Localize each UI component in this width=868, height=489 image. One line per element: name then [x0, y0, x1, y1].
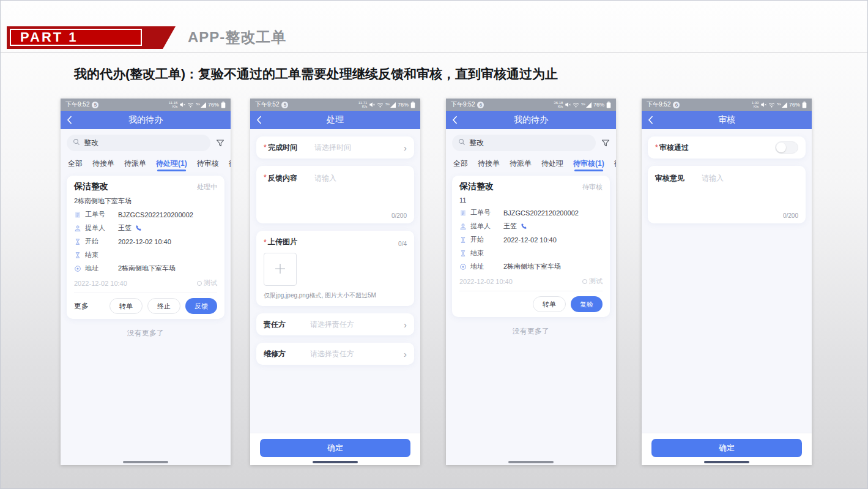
char-counter: 0/200 — [391, 212, 407, 219]
card-desc: 2栋南侧地下室车场 — [74, 196, 217, 206]
field-row-address: 地址 2栋南侧地下室车场 — [459, 262, 603, 271]
mute-icon — [369, 102, 375, 108]
phone-screen-todo-pending: 下午9:52 5 11.15K/s 5G 76% 我的待办 整改 — [61, 99, 231, 465]
search-input[interactable]: 整改 — [452, 135, 596, 151]
filter-icon[interactable] — [216, 139, 224, 147]
notification-badge: 5 — [92, 102, 98, 108]
tab-all[interactable]: 全部 — [63, 154, 87, 173]
field-row-start: 开始 2022-12-02 10:40 — [74, 237, 217, 246]
part-banner: PART 1 — [7, 26, 176, 49]
field-label: 责任方 — [264, 319, 310, 330]
terminate-button[interactable]: 终止 — [147, 298, 180, 314]
page-title: 审核 — [718, 114, 735, 125]
notification-badge: 6 — [477, 102, 484, 108]
tab-all[interactable]: 全部 — [448, 154, 473, 173]
person-icon — [459, 223, 467, 230]
tab-to-review[interactable]: 待审核(1) — [568, 154, 609, 173]
back-icon[interactable] — [67, 116, 72, 124]
field-label: 反馈内容 — [268, 173, 314, 184]
search-icon — [458, 138, 466, 147]
add-image-button[interactable] — [264, 253, 297, 286]
workorder-card[interactable]: 保洁整改 待审核 11 工单号 BJZGCS2022120200002 提单人 … — [452, 176, 610, 317]
filter-icon[interactable] — [601, 139, 610, 147]
chevron-right-icon: › — [404, 320, 407, 329]
card-meta: 2022-12-02 10:40 测试 — [74, 278, 217, 293]
tab-partial[interactable]: 待 — [224, 154, 231, 173]
tab-to-process[interactable]: 待处理 — [536, 154, 568, 173]
home-indicator[interactable] — [313, 461, 358, 463]
confirm-button[interactable]: 确定 — [260, 439, 410, 457]
tab-to-accept[interactable]: 待接单 — [473, 154, 505, 173]
field-placeholder: 请输入 — [702, 173, 798, 184]
finish-time-field[interactable]: * 完成时间 请选择时间 › — [256, 136, 414, 159]
back-icon[interactable] — [452, 116, 458, 124]
field-label: 维修方 — [264, 349, 310, 359]
field-row-order-no: 工单号 BJZGCS2022120200002 — [74, 210, 217, 219]
signal-icon: 5G — [581, 102, 592, 108]
home-indicator[interactable] — [508, 461, 554, 463]
nav-bar: 我的待办 — [446, 111, 616, 129]
phone-call-icon[interactable] — [135, 225, 142, 231]
slide-title: APP-整改工单 — [188, 28, 286, 47]
tab-to-accept[interactable]: 待接单 — [87, 154, 119, 173]
tab-partial[interactable]: 待 — [609, 154, 616, 173]
hourglass-icon — [74, 252, 81, 259]
network-speed: 11.15K/s — [169, 101, 178, 108]
card-actions: 更多 转单 终止 反馈 — [74, 293, 217, 319]
more-button[interactable]: 更多 — [74, 301, 89, 312]
mute-icon — [179, 102, 185, 108]
home-indicator[interactable] — [704, 461, 749, 463]
back-icon[interactable] — [648, 116, 653, 124]
target-icon — [197, 281, 202, 286]
field-label: 审核意见 — [655, 173, 702, 184]
no-more-text: 没有更多了 — [446, 326, 616, 337]
status-bar: 下午9:52 5 11.71K/s 5G 76% — [250, 99, 420, 111]
required-mark: * — [655, 143, 659, 152]
notification-badge: 6 — [673, 102, 680, 108]
tab-bar: 全部 待接单 待派单 待处理(1) 待审核 待 — [61, 154, 231, 173]
status-bar: 下午9:52 6 36.18K/s 5G 76% — [446, 99, 616, 111]
phone-call-icon[interactable] — [521, 223, 527, 230]
wifi-icon — [768, 102, 775, 108]
signal-icon: 5G — [385, 102, 396, 108]
feedback-content-field[interactable]: * 反馈内容 请输入 0/200 — [256, 166, 414, 223]
signal-icon: 5G — [777, 102, 787, 108]
chevron-right-icon: › — [404, 143, 407, 152]
back-icon[interactable] — [256, 116, 262, 124]
field-row-order-no: 工单号 BJZGCS2022120200002 — [459, 208, 603, 217]
field-row-reporter: 提单人 王笠 — [459, 222, 603, 231]
hourglass-icon — [459, 236, 467, 244]
transfer-button[interactable]: 转单 — [109, 298, 143, 314]
recheck-button[interactable]: 复验 — [571, 296, 603, 312]
battery-level: 76% — [789, 102, 800, 108]
field-placeholder: 请选择责任方 — [310, 319, 404, 330]
battery-icon — [221, 102, 226, 108]
toggle-switch-off[interactable] — [775, 141, 798, 154]
wifi-icon — [187, 102, 194, 108]
responsible-party-field[interactable]: 责任方 请选择责任方 › — [256, 313, 414, 335]
tab-to-dispatch[interactable]: 待派单 — [505, 154, 536, 173]
target-icon — [582, 279, 587, 284]
transfer-button[interactable]: 转单 — [533, 296, 566, 312]
feedback-button[interactable]: 反馈 — [185, 298, 217, 314]
home-indicator[interactable] — [123, 461, 168, 463]
search-input[interactable]: 整改 — [67, 135, 210, 151]
nav-bar: 处理 — [250, 111, 420, 129]
confirm-button[interactable]: 确定 — [651, 439, 802, 457]
location-icon — [459, 263, 467, 271]
field-placeholder: 请选择责任方 — [310, 349, 404, 359]
search-value: 整改 — [469, 138, 484, 148]
tab-to-process[interactable]: 待处理(1) — [151, 154, 192, 173]
required-mark: * — [264, 143, 268, 152]
review-opinion-field[interactable]: 审核意见 请输入 0/200 — [648, 166, 806, 223]
plus-icon — [273, 262, 287, 277]
network-speed: 11.71K/s — [358, 101, 368, 108]
workorder-card[interactable]: 保洁整改 处理中 2栋南侧地下室车场 工单号 BJZGCS20221202000… — [67, 176, 224, 319]
tab-to-dispatch[interactable]: 待派单 — [119, 154, 151, 173]
phone-screen-todo-review: 下午9:52 6 36.18K/s 5G 76% 我的待办 整改 — [446, 99, 616, 465]
field-row-end: 结束 — [74, 250, 217, 259]
field-label: 上传图片 — [268, 237, 314, 247]
tab-to-review[interactable]: 待审核 — [192, 154, 224, 173]
status-time: 下午9:52 — [65, 100, 89, 109]
repair-party-field[interactable]: 维修方 请选择责任方 › — [256, 343, 414, 365]
